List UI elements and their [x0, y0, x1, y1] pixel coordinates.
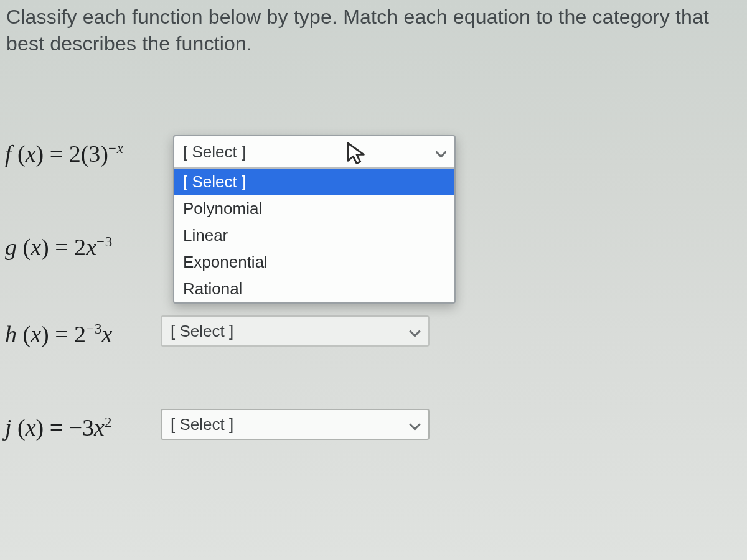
function-j-expression: j (x) = −3x2 — [5, 414, 111, 441]
select-f-header[interactable]: [ Select ] — [174, 136, 454, 169]
select-f-options-list: [ Select ] Polynomial Linear Exponential… — [174, 169, 454, 302]
select-j-placeholder: [ Select ] — [171, 415, 233, 434]
select-h[interactable]: [ Select ] — [161, 315, 430, 347]
instructions-text: Classify each function below by type. Ma… — [6, 4, 741, 57]
row-j: j (x) = −3x2 [ Select ] — [5, 401, 466, 477]
select-f-dropdown[interactable]: [ Select ] [ Select ] Polynomial Linear … — [173, 135, 456, 304]
select-f-placeholder: [ Select ] — [183, 142, 246, 162]
chevron-down-icon — [436, 147, 446, 157]
row-f: f (x) = 2(3)−x [ Select ] [ Select ] Pol… — [5, 128, 466, 203]
select-j[interactable]: [ Select ] — [161, 409, 430, 440]
function-g-expression: g (x) = 2x−3 — [5, 233, 112, 261]
select-h-placeholder: [ Select ] — [171, 322, 233, 341]
option-polynomial[interactable]: Polynomial — [174, 195, 454, 222]
row-h: h (x) = 2−3x [ Select ] — [5, 308, 466, 384]
chevron-down-icon — [410, 419, 420, 429]
option-rational[interactable]: Rational — [174, 276, 454, 302]
chevron-down-icon — [410, 326, 420, 336]
option-placeholder[interactable]: [ Select ] — [174, 169, 454, 195]
option-linear[interactable]: Linear — [174, 222, 454, 249]
question-surface: Classify each function below by type. Ma… — [0, 0, 747, 560]
function-h-expression: h (x) = 2−3x — [5, 320, 112, 348]
question-area: f (x) = 2(3)−x [ Select ] [ Select ] Pol… — [5, 128, 466, 203]
function-f-expression: f (x) = 2(3)−x — [5, 140, 123, 167]
option-exponential[interactable]: Exponential — [174, 249, 454, 276]
